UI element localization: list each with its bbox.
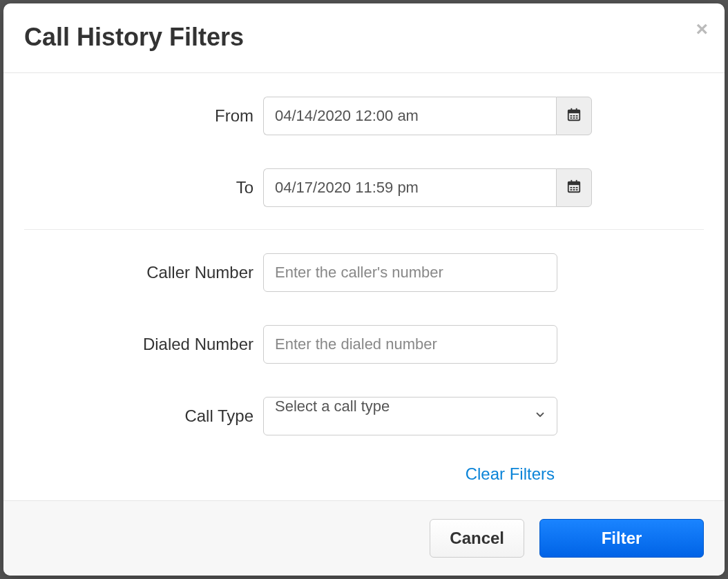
clear-filters-link[interactable]: Clear Filters [263,464,557,484]
row-caller: Caller Number [24,253,704,292]
calltype-select[interactable]: Select a call type [263,397,557,435]
modal-body: From To [3,73,725,500]
caller-label: Caller Number [24,263,263,282]
filters-modal: Call History Filters × From To [3,3,725,576]
from-date-input[interactable] [263,97,556,135]
svg-rect-16 [576,187,578,188]
caller-number-input[interactable] [263,253,557,292]
svg-rect-6 [576,115,578,117]
from-input-group [263,97,592,135]
calendar-icon [566,179,582,197]
svg-rect-14 [571,187,573,188]
svg-rect-2 [571,108,572,112]
row-dialed: Dialed Number [24,325,704,364]
svg-rect-13 [576,180,577,184]
clear-row: Clear Filters [24,464,704,484]
svg-rect-8 [573,117,575,119]
modal-title: Call History Filters [24,23,704,52]
filter-button[interactable]: Filter [539,519,704,558]
to-date-input[interactable] [263,168,556,207]
calendar-icon [566,107,582,125]
from-label: From [24,106,263,126]
divider [24,229,704,230]
svg-rect-9 [576,117,578,119]
close-icon[interactable]: × [696,19,708,39]
cancel-button[interactable]: Cancel [430,519,524,558]
svg-rect-12 [571,180,572,184]
calltype-select-wrap: Select a call type [263,397,557,435]
svg-rect-5 [573,115,575,117]
modal-header: Call History Filters × [3,3,725,73]
svg-rect-7 [571,117,573,119]
modal-footer: Cancel Filter [3,500,725,576]
svg-rect-15 [573,187,575,188]
svg-rect-1 [568,110,580,114]
to-input-group [263,168,592,207]
svg-rect-11 [568,182,580,186]
svg-rect-4 [571,115,573,117]
from-calendar-button[interactable] [556,97,592,135]
dialed-number-input[interactable] [263,325,557,364]
svg-rect-3 [576,108,577,112]
to-label: To [24,178,263,197]
row-to: To [24,168,704,207]
to-calendar-button[interactable] [556,168,592,207]
svg-rect-19 [576,189,578,190]
dialed-label: Dialed Number [24,335,263,354]
row-from: From [24,97,704,135]
row-calltype: Call Type Select a call type [24,397,704,435]
calltype-label: Call Type [24,406,263,426]
svg-rect-17 [571,189,573,190]
svg-rect-18 [573,189,575,190]
